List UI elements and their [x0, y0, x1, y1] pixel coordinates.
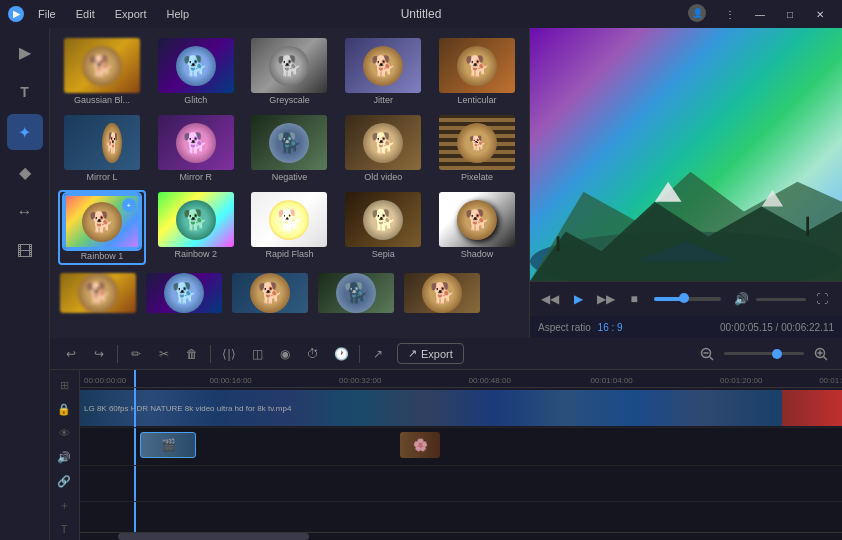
edit-button[interactable]: ✏	[123, 341, 149, 367]
filter-gaussian[interactable]: 🐕 Gaussian Bl...	[58, 36, 146, 107]
volume-bar[interactable]	[756, 298, 806, 301]
sidebar-item-effects[interactable]: ◆	[7, 154, 43, 190]
filter-greyscale[interactable]: 🐕 Greyscale	[246, 36, 334, 107]
rewind-button[interactable]: ◀◀	[538, 287, 562, 311]
sidebar-item-text[interactable]: T	[7, 74, 43, 110]
filter-pixelate[interactable]: 🐕 Pixelate	[433, 113, 521, 184]
menu-export[interactable]: Export	[107, 6, 155, 22]
export-button[interactable]: ↗ Export	[397, 343, 464, 364]
video-strip: LG 8K 60fps HDR NATURE 8k video ultra hd…	[80, 390, 842, 426]
filter-mirror-r[interactable]: 🐕 Mirror R	[152, 113, 240, 184]
more-options[interactable]: ⋮	[716, 4, 744, 24]
main-video-track[interactable]: LG 8K 60fps HDR NATURE 8k video ultra hd…	[80, 388, 842, 427]
filter-partial-row: 🐕 🐕 🐕 🐕	[58, 271, 521, 315]
speed-button[interactable]: ⏱	[300, 341, 326, 367]
clip-selected[interactable]: 🎬	[140, 432, 196, 458]
svg-line-12	[824, 356, 828, 360]
zoom-out-icon	[700, 347, 714, 361]
filter-partial-2[interactable]: 🐕	[144, 271, 224, 315]
preview-video	[530, 28, 842, 281]
play-button[interactable]: ▶	[566, 287, 590, 311]
zoom-in-button[interactable]	[808, 341, 834, 367]
sidebar: ▶ T ✦ ◆ ↔ 🎞	[0, 28, 50, 540]
sidebar-item-transitions[interactable]: ↔	[7, 194, 43, 230]
filter-rainbow1[interactable]: 🐕 + Rainbow 1	[58, 190, 146, 265]
split-button[interactable]: ⟨|⟩	[216, 341, 242, 367]
filter-old-video[interactable]: 🐕 Old video	[339, 113, 427, 184]
app-title: Untitled	[401, 7, 442, 21]
filter-label-negative: Negative	[272, 172, 308, 182]
track-type-icon[interactable]: T	[50, 518, 78, 540]
filter-thumb-pixelate: 🐕	[439, 115, 515, 170]
filter-label-mirror-r: Mirror R	[179, 172, 212, 182]
track-settings-icon[interactable]: ⊞	[50, 374, 78, 396]
share-button[interactable]: ↗	[365, 341, 391, 367]
clip-2[interactable]: 🌸	[400, 432, 440, 458]
user-avatar[interactable]: 👤	[688, 4, 706, 22]
clips-cursor-line	[134, 428, 136, 465]
window-controls: 👤 ⋮ — □ ✕	[688, 4, 834, 24]
minimize-button[interactable]: —	[746, 4, 774, 24]
redo-button[interactable]: ↪	[86, 341, 112, 367]
filter-negative[interactable]: 🐕 Negative	[246, 113, 334, 184]
audio-track-1[interactable]	[80, 466, 842, 501]
filter-mirror-l[interactable]: 🐕 Mirror L	[58, 113, 146, 184]
upper-section: 🐕 Gaussian Bl... 🐕 Glitch 🐕	[50, 28, 842, 338]
track-mute-icon[interactable]: 🔊	[50, 446, 78, 468]
time-mark-6: 00:01:36:	[819, 376, 842, 385]
svg-rect-6	[806, 216, 809, 236]
delete-button[interactable]: 🗑	[179, 341, 205, 367]
filter-rainbow2[interactable]: 🐕 Rainbow 2	[152, 190, 240, 265]
filter-glitch[interactable]: 🐕 Glitch	[152, 36, 240, 107]
fullscreen-button[interactable]: ⛶	[810, 287, 834, 311]
preview-panel: ◀◀ ▶ ▶▶ ■ 🔊 ⛶ Aspect ratio	[530, 28, 842, 338]
filter-thumb-shadow: 🐕	[439, 192, 515, 247]
menu-file[interactable]: File	[30, 6, 64, 22]
audio-sep-button[interactable]: ◉	[272, 341, 298, 367]
progress-bar[interactable]	[654, 297, 721, 301]
filter-jitter[interactable]: 🐕 Jitter	[339, 36, 427, 107]
volume-icon[interactable]: 🔊	[729, 287, 753, 311]
track-lock-icon[interactable]: 🔒	[50, 398, 78, 420]
filter-partial-thumb-1: 🐕	[60, 273, 136, 313]
sidebar-item-audio[interactable]: 🎞	[7, 234, 43, 270]
zoom-out-button[interactable]	[694, 341, 720, 367]
filter-sepia[interactable]: 🐕 Sepia	[339, 190, 427, 265]
cut-button[interactable]: ✂	[151, 341, 177, 367]
filter-rapid-flash[interactable]: 🐕 Rapid Flash	[246, 190, 334, 265]
close-button[interactable]: ✕	[806, 4, 834, 24]
content-area: 🐕 Gaussian Bl... 🐕 Glitch 🐕	[50, 28, 842, 540]
progress-fill	[654, 297, 684, 301]
clips-track[interactable]: 🎬 🌸	[80, 428, 842, 465]
timeline-scrollbar[interactable]	[80, 532, 842, 540]
history-button[interactable]: 🕐	[328, 341, 354, 367]
media-icon: ▶	[19, 43, 31, 62]
track-link-icon[interactable]: 🔗	[50, 470, 78, 492]
maximize-button[interactable]: □	[776, 4, 804, 24]
film-icon: 🎞	[17, 243, 33, 261]
stop-button[interactable]: ■	[622, 287, 646, 311]
trim-button[interactable]: ◫	[244, 341, 270, 367]
menu-edit[interactable]: Edit	[68, 6, 103, 22]
forward-button[interactable]: ▶▶	[594, 287, 618, 311]
filter-partial-4[interactable]: 🐕	[316, 271, 396, 315]
filter-partial-1[interactable]: 🐕	[58, 271, 138, 315]
filters-icon: ✦	[18, 123, 31, 142]
filter-lenticular[interactable]: 🐕 Lenticular	[433, 36, 521, 107]
filter-shadow[interactable]: 🐕 Shadow	[433, 190, 521, 265]
filter-partial-3[interactable]: 🐕	[230, 271, 310, 315]
menu-bar: File Edit Export Help	[30, 6, 197, 22]
audio-track-2[interactable]	[80, 502, 842, 532]
menu-help[interactable]: Help	[159, 6, 198, 22]
undo-button[interactable]: ↩	[58, 341, 84, 367]
track-add-icon[interactable]: ＋	[50, 494, 78, 516]
export-icon: ↗	[408, 347, 417, 360]
sidebar-item-filters[interactable]: ✦	[7, 114, 43, 150]
zoom-slider[interactable]	[724, 352, 804, 355]
time-current: 00:00:05.15	[720, 322, 773, 333]
filter-label-shadow: Shadow	[461, 249, 494, 259]
track-eye-icon[interactable]: 👁	[50, 422, 78, 444]
filter-partial-5[interactable]: 🐕	[402, 271, 482, 315]
sidebar-item-media[interactable]: ▶	[7, 34, 43, 70]
filter-panel: 🐕 Gaussian Bl... 🐕 Glitch 🐕	[50, 28, 530, 338]
